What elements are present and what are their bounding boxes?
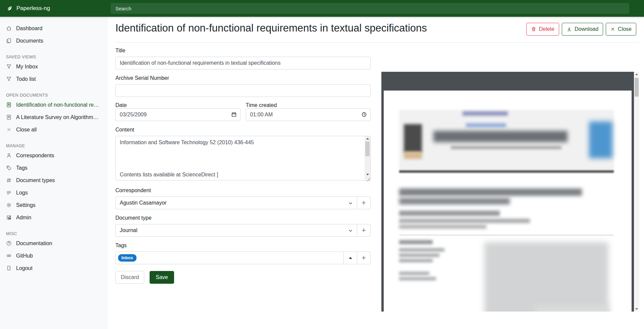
sidebar-item-my-inbox[interactable]: My Inbox [0,60,107,73]
archive-serial-number-input[interactable] [115,84,371,97]
tags-dropdown-toggle-button[interactable] [343,252,357,264]
link-icon [6,253,12,259]
scrollbar-thumb[interactable] [365,142,370,156]
home-icon [6,25,12,31]
sidebar-item-settings[interactable]: Settings [0,199,107,211]
pdf-blurred-affiliation-line-2 [399,225,486,229]
plus-icon: + [362,254,366,262]
discard-button[interactable]: Discard [115,271,144,284]
plus-icon: + [362,199,366,207]
gear-icon [6,202,12,208]
sidebar-item-close-all[interactable]: Close all [0,123,107,136]
scroll-down-arrow-icon[interactable] [365,172,370,177]
date-field-group: Date [115,102,240,121]
correspondent-select[interactable]: Agustin Casamayor [115,197,357,209]
pdf-blurred-article-info-header [399,240,433,244]
sidebar-item-todo-list[interactable]: Todo list [0,73,107,85]
sidebar-item-document-types[interactable]: Document types [0,174,107,186]
add-document-type-button[interactable]: + [357,224,371,237]
title-label: Title [115,47,371,54]
scroll-up-arrow-icon[interactable] [365,136,370,141]
correspondent-field-group: Correspondent Agustin Casamayor + [115,187,371,209]
form-actions: Discard Save [115,271,371,284]
sidebar-item-correspondents[interactable]: Correspondents [0,149,107,162]
question-circle-icon [6,240,12,246]
leaf-logo-icon [6,5,13,12]
sidebar-item-tags[interactable]: Tags [0,162,107,174]
document-edit-area: Title Archive Serial Number Date Time cr… [107,43,644,284]
pdf-blurred-banner-rule [399,170,614,173]
plus-icon: + [362,227,366,234]
chevron-down-icon [348,201,353,206]
download-icon [567,26,572,32]
pdf-blurred-article-info-line [399,259,433,262]
date-time-row: Date Time created [115,102,371,121]
tags-input[interactable]: Inbox [115,252,344,264]
list-lines-icon [6,190,12,196]
sidebar-item-admin[interactable]: Admin [0,211,107,224]
add-correspondent-button[interactable]: + [357,197,371,209]
tag-icon [6,165,12,171]
pdf-preview-pane[interactable] [381,72,639,312]
sidebar-open-document-2[interactable]: A Literature Survey on Algorithms for Mu… [0,111,107,123]
search-input[interactable] [111,3,629,14]
sidebar-header-manage: MANAGE [6,143,101,149]
textarea-scrollbar[interactable] [365,136,370,181]
pdf-blurred-publisher-logo-base [404,152,422,159]
preview-scrollbar[interactable] [634,72,639,312]
document-form: Title Archive Serial Number Date Time cr… [115,47,371,284]
pdf-blurred-abstract-block [484,242,608,312]
sidebar-item-logs[interactable]: Logs [0,186,107,199]
pdf-blurred-divider [399,235,614,235]
add-tag-button[interactable]: + [357,252,371,264]
brand-name: Paperless-ng [16,5,50,12]
sidebar-item-logout[interactable]: Logout [0,262,107,274]
content-textarea[interactable]: Information and Software Technology 52 (… [115,136,371,180]
pdf-blurred-link-text [466,123,506,127]
delete-button[interactable]: Delete [526,23,559,36]
close-button[interactable]: Close [606,23,636,36]
document-type-select[interactable]: Journal [115,224,357,237]
door-icon [6,265,12,271]
pdf-blurred-paper-title-line-1 [399,188,582,196]
content-label: Content [115,126,371,133]
date-input[interactable] [115,108,240,121]
preview-scroll-down-arrow-icon[interactable] [634,307,639,312]
chevron-down-icon [348,228,353,233]
toggles-icon [6,215,12,220]
pdf-blurred-publisher-logo [404,124,422,153]
sidebar-item-documents[interactable]: Documents [0,35,107,47]
download-button[interactable]: Download [562,23,603,36]
sidebar-item-github[interactable]: GitHub [0,250,107,262]
close-icon [610,27,615,32]
pdf-blurred-article-info-line [399,254,439,257]
calendar-icon[interactable] [231,112,237,117]
sidebar-item-documentation[interactable]: Documentation [0,237,107,250]
pdf-blurred-article-info-line [399,272,429,275]
save-button[interactable]: Save [150,271,174,284]
main-content: Identification of non-functional require… [107,17,644,329]
pdf-blurred-article-info-line [399,277,436,280]
sidebar-open-document-1[interactable]: Identification of non-functional require… [0,99,107,111]
documents-icon [6,38,12,44]
pdf-blurred-journal-title [433,131,568,142]
sidebar-item-dashboard[interactable]: Dashboard [0,22,107,35]
pdf-blurred-authors-line [399,211,500,216]
asn-field-group: Archive Serial Number [115,75,371,97]
clock-icon[interactable] [361,112,367,117]
close-icon [6,127,12,132]
filter-funnel-icon [6,76,12,82]
pdf-preview-page [384,91,632,312]
title-input[interactable] [115,57,371,69]
app-brand[interactable]: Paperless-ng [0,5,107,12]
file-text-icon [6,114,12,120]
sidebar-header-open-documents: OPEN DOCUMENTS [6,92,101,99]
tags-label: Tags [115,242,371,249]
sidebar: Dashboard Documents SAVED VIEWS My Inbox… [0,17,107,329]
preview-scrollbar-thumb[interactable] [635,78,639,97]
preview-scroll-up-arrow-icon[interactable] [634,72,639,77]
date-label: Date [115,102,127,108]
time-created-input[interactable] [246,108,371,121]
file-text-icon [6,102,12,108]
pdf-blurred-abstract-block-2 [535,305,608,312]
